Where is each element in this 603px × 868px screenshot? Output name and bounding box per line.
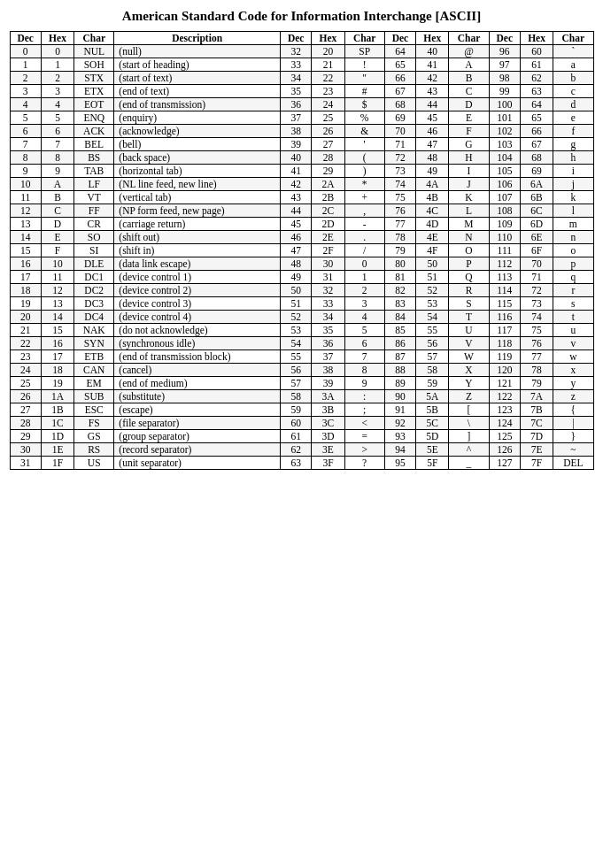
table-cell: DEL xyxy=(553,457,593,470)
table-cell: 5B xyxy=(416,403,449,417)
table-cell: 122 xyxy=(489,390,520,403)
table-cell: 3 xyxy=(344,297,384,311)
table-cell: 24 xyxy=(10,364,41,377)
table-cell: 47 xyxy=(280,244,311,257)
table-cell: 2F xyxy=(312,244,344,257)
table-cell: 1 xyxy=(41,58,73,72)
table-cell: 117 xyxy=(489,324,520,337)
table-cell: 15 xyxy=(41,324,73,337)
table-cell: 6E xyxy=(520,231,553,244)
table-cell: 4D xyxy=(416,218,449,231)
table-cell: 4C xyxy=(416,204,449,218)
table-cell: 55 xyxy=(280,350,311,364)
table-cell: 2D xyxy=(312,218,344,231)
table-cell: ] xyxy=(449,430,489,443)
table-cell: 102 xyxy=(489,125,520,138)
table-cell: 13 xyxy=(10,218,41,231)
table-cell: 7F xyxy=(520,457,553,470)
table-cell: 9 xyxy=(41,165,73,178)
table-cell: 2E xyxy=(312,231,344,244)
table-cell: 36 xyxy=(280,98,311,111)
table-cell: VT xyxy=(74,191,114,204)
table-cell: 3A xyxy=(312,390,344,403)
table-cell: DC2 xyxy=(74,284,114,297)
table-cell: 41 xyxy=(280,165,311,178)
table-cell: 5C xyxy=(416,417,449,430)
table-cell: 121 xyxy=(489,377,520,390)
table-cell: 104 xyxy=(489,151,520,165)
table-cell: 57 xyxy=(280,377,311,390)
table-cell: 34 xyxy=(280,72,311,85)
ascii-table: Dec Hex Char Description Dec Hex Char De… xyxy=(10,31,594,470)
table-cell: Q xyxy=(449,271,489,284)
table-cell: (end of text) xyxy=(114,85,281,98)
table-cell: 7E xyxy=(520,443,553,457)
table-cell: 4F xyxy=(416,244,449,257)
table-cell: ; xyxy=(344,403,384,417)
table-cell: 68 xyxy=(520,151,553,165)
table-cell: R xyxy=(449,284,489,297)
table-cell: EM xyxy=(74,377,114,390)
table-cell: SI xyxy=(74,244,114,257)
table-cell: # xyxy=(344,85,384,98)
table-cell: 1D xyxy=(41,430,73,443)
col-header-dec2: Dec xyxy=(280,32,311,45)
table-cell: 7C xyxy=(520,417,553,430)
table-row: 1711DC1(device control 1)493118151Q11371… xyxy=(10,271,593,284)
table-cell: 30 xyxy=(10,443,41,457)
table-cell: Y xyxy=(449,377,489,390)
table-cell: 43 xyxy=(280,191,311,204)
table-cell: 7D xyxy=(520,430,553,443)
table-cell: b xyxy=(553,72,593,85)
table-cell: 73 xyxy=(384,165,415,178)
table-cell: 7A xyxy=(520,390,553,403)
table-cell: 24 xyxy=(312,98,344,111)
table-cell: BEL xyxy=(74,138,114,151)
table-cell: 20 xyxy=(10,311,41,324)
table-cell: 7 xyxy=(344,350,384,364)
table-cell: 18 xyxy=(41,364,73,377)
table-row: 271BESC(escape)593B;915B[1237B{ xyxy=(10,403,593,417)
table-cell: c xyxy=(553,85,593,98)
table-cell: NAK xyxy=(74,324,114,337)
table-cell: SYN xyxy=(74,337,114,350)
table-cell: a xyxy=(553,58,593,72)
table-cell: 90 xyxy=(384,390,415,403)
table-cell: @ xyxy=(449,45,489,58)
table-cell: P xyxy=(449,257,489,271)
table-row: 22STX(start of text)3422"6642B9862b xyxy=(10,72,593,85)
table-cell: 45 xyxy=(280,218,311,231)
table-cell: (record separator) xyxy=(114,443,281,457)
table-cell: 72 xyxy=(384,151,415,165)
table-cell: u xyxy=(553,324,593,337)
table-cell: SOH xyxy=(74,58,114,72)
table-cell: 70 xyxy=(384,125,415,138)
table-row: 99TAB(horizontal tab)4129)7349I10569i xyxy=(10,165,593,178)
table-cell: 69 xyxy=(384,111,415,125)
table-cell: 60 xyxy=(520,45,553,58)
table-cell: SUB xyxy=(74,390,114,403)
table-cell: 6 xyxy=(41,125,73,138)
table-cell: . xyxy=(344,231,384,244)
table-cell: L xyxy=(449,204,489,218)
table-cell: 35 xyxy=(280,85,311,98)
table-cell: 74 xyxy=(520,311,553,324)
table-cell: (bell) xyxy=(114,138,281,151)
table-cell: 17 xyxy=(10,271,41,284)
table-cell: 4B xyxy=(416,191,449,204)
table-cell: 18 xyxy=(10,284,41,297)
table-cell: 37 xyxy=(280,111,311,125)
table-cell: p xyxy=(553,257,593,271)
table-cell: (end of transmission block) xyxy=(114,350,281,364)
table-cell: ! xyxy=(344,58,384,72)
table-cell: ENQ xyxy=(74,111,114,125)
table-cell: 43 xyxy=(416,85,449,98)
table-cell: 34 xyxy=(312,311,344,324)
table-cell: 7B xyxy=(520,403,553,417)
table-cell: x xyxy=(553,364,593,377)
table-cell: 5 xyxy=(10,111,41,125)
table-cell: 40 xyxy=(280,151,311,165)
table-cell: 5E xyxy=(416,443,449,457)
col-header-char2: Char xyxy=(344,32,384,45)
table-cell: 103 xyxy=(489,138,520,151)
